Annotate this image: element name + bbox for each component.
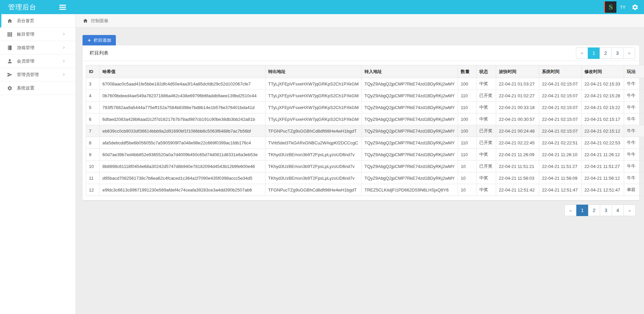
cell-amount: 10 [458,184,477,196]
cell-amount: 100 [458,113,477,125]
cell-play-type: 牛牛 [624,172,644,184]
cell-to-address: TQyZ9AbgQ2jpCMP7RkE74zd1BDyRKj2wMY [362,78,458,90]
cell-system-time: 22-04-21 02:15:07 [539,125,582,137]
pagination-prev[interactable]: « [576,47,588,59]
cell-modified-time: 22-04-21 02:15:33 [582,78,624,90]
cell-play-type: 牛牛 [624,149,644,161]
panel-title: 栏目列表 [90,50,108,56]
pagination-page-2[interactable]: 2 [600,47,612,59]
cell-system-time: 22-04-21 11:51:27 [539,161,582,172]
cell-chain-time: 22-04-21 12:51:42 [496,184,539,196]
chevron-right-icon [62,59,66,63]
cell-from-address: TFGNPucTZg9sGGBhCd8dft98He4wH1bgdT [265,125,362,137]
cell-system-time: 22-04-21 11:26:10 [539,149,582,161]
cell-status: 已开奖 [477,161,496,172]
cell-modified-time: 22-04-21 02:15:17 [582,113,624,125]
column-header: ID [86,65,100,78]
table-row: 5783f57882aa9a5444a775eff152a7584b8398e7… [86,102,644,113]
cell-system-time: 22-04-21 02:22:51 [539,137,582,149]
cell-hash: 6dfaed2083a428b6aad2c2f7d16217b7b78ad987… [100,113,265,125]
cell-status: 中奖 [477,149,496,161]
cell-status: 中奖 [477,172,496,184]
avatar-letter: S [609,3,613,11]
sidebar-item-games[interactable]: 游戏管理 [0,41,75,55]
pagination-next[interactable]: » [623,205,636,216]
cell-status: 中奖 [477,113,496,125]
cell-modified-time: 22-04-21 11:26:12 [582,149,624,161]
cell-amount: 110 [458,149,477,161]
avatar[interactable]: S [604,1,616,13]
pagination-bottom: «1234» [565,205,636,216]
table-row: 40b7609bdeed4ae549a782371886a462c438e697… [86,90,644,102]
cell-from-address: TKhyd3UzBEmsn3b9T2FpsLpLyzoUD6nd7v [265,161,362,172]
column-header: 转入地址 [362,65,458,78]
pagination-page-1[interactable]: 1 [576,205,588,216]
cell-chain-time: 22-04-21 00:24:48 [496,125,539,137]
column-header: 状态 [477,65,496,78]
cell-from-address: TFGNPucTZg9sGGBhCd8dft98He4wH1bgdT [265,184,362,196]
cell-status: 中奖 [477,102,496,113]
cell-chain-time: 22-04-21 11:51:21 [496,161,539,172]
pagination-page-1[interactable]: 1 [588,47,600,59]
cell-hash: 0b7609bdeed4ae549a782371886a462c438e6979… [100,90,265,102]
breadcrumb[interactable]: 控制面板 [76,14,644,28]
cell-status: 已开奖 [477,90,496,102]
sidebar-item-settings[interactable]: 系统设置 [0,81,75,95]
cell-to-address: TQyZ9AbgQ2jpCMP7RkE74zd1BDyRKj2wMY [362,113,458,125]
cell-chain-time: 22-04-21 01:02:27 [496,90,539,102]
cell-to-address: TQyZ9AbgQ2jpCMP7RkE74zd1BDyRKj2wMY [362,149,458,161]
cell-amount: 10 [458,172,477,184]
sidebar-item-label: 系统设置 [17,85,34,91]
cell-system-time: 22-04-21 02:15:07 [539,90,582,102]
cell-hash: 67008aac0c5aad41fe5bbe182dfc4d50e4aa3f14… [100,78,265,90]
chevron-right-icon [62,46,66,49]
sidebar-item-admins[interactable]: 管理员管理 [0,68,75,81]
app-title: 管理后台 [0,3,59,12]
add-column-button[interactable]: 栏目添加 [83,35,116,45]
sidebar-item-accounts[interactable]: 账目管理 [0,28,75,41]
settings-gear-icon[interactable] [632,4,639,11]
cell-chain-time: 22-04-21 00:30:57 [496,113,539,125]
table-row: 11d95bacd7082561738c7b6ea62c4fcaced1c364… [86,172,644,184]
cell-id: 3 [86,78,100,90]
cell-from-address: TTyLjXFEpVFsxeHXW7jqGRKpS2Ch1PXkGM [265,113,362,125]
pagination-page-2[interactable]: 2 [588,205,600,216]
user-icon [7,59,12,64]
cell-modified-time: 22-04-21 02:15:28 [582,90,624,102]
cell-system-time: 22-04-21 11:56:09 [539,172,582,184]
pagination-page-3[interactable]: 3 [600,205,612,216]
pagination-prev[interactable]: « [565,205,577,216]
column-header: 修改时间 [582,65,624,78]
sidebar-item-label: 管理员管理 [17,72,39,78]
sidebar-item-members[interactable]: 会员管理 [0,55,75,68]
pagination-page-4[interactable]: 4 [612,205,624,216]
cell-chain-time: 22-04-21 00:33:18 [496,102,539,113]
table-row: 108b8898c61118f0454e68a30242d5747d8b940e… [86,161,644,172]
cell-from-address: TKhyd3UzBEmsn3b9T2FpsLpLyzoUD6nd7v [265,172,362,184]
cell-amount: 100 [458,78,477,90]
sidebar-item-home[interactable]: 后台首页 [0,14,75,28]
cell-from-address: TVrb5det3TkGARxGNBCu2WAqpKf2DCCcgC [265,137,362,149]
cell-modified-time: 22-04-21 02:15:12 [582,125,624,137]
menu-toggle-icon[interactable] [59,5,66,10]
cell-status: 中奖 [477,78,496,90]
cell-to-address: TQyZ9AbgQ2jpCMP7RkE74zd1BDyRKj2wMY [362,125,458,137]
cell-to-address: TQyZ9AbgQ2jpCMP7RkE74zd1BDyRKj2wMY [362,137,458,149]
cell-amount: 110 [458,137,477,149]
pagination-page-3[interactable]: 3 [611,47,623,59]
cell-hash: eb639cc0cb9033df36614bbb9a2d91690bf1f108… [100,125,265,137]
chevron-right-icon [62,32,66,36]
cell-hash: 783f57882aa9a5444a775eff152a7584b8398e7b… [100,102,265,113]
column-header: 波快时间 [496,65,539,78]
cell-id: 4 [86,90,100,102]
cell-system-time: 22-04-21 02:15:07 [539,113,582,125]
cell-chain-time: 22-04-21 11:56:03 [496,172,539,184]
cell-status: 已开奖 [477,125,496,137]
user-initials: TY [620,5,625,10]
column-list-table: ID哈希值转出地址转入地址数量状态波快时间系统时间修改时间玩法 367008aa… [86,65,644,196]
cell-from-address: TKhyd3UzBEmsn3b9T2FpsLpLyzoUD6nd7v [265,149,362,161]
cell-id: 6 [86,113,100,125]
pagination-next[interactable]: » [623,47,635,59]
plus-icon [87,38,91,42]
cell-id: 8 [86,137,100,149]
